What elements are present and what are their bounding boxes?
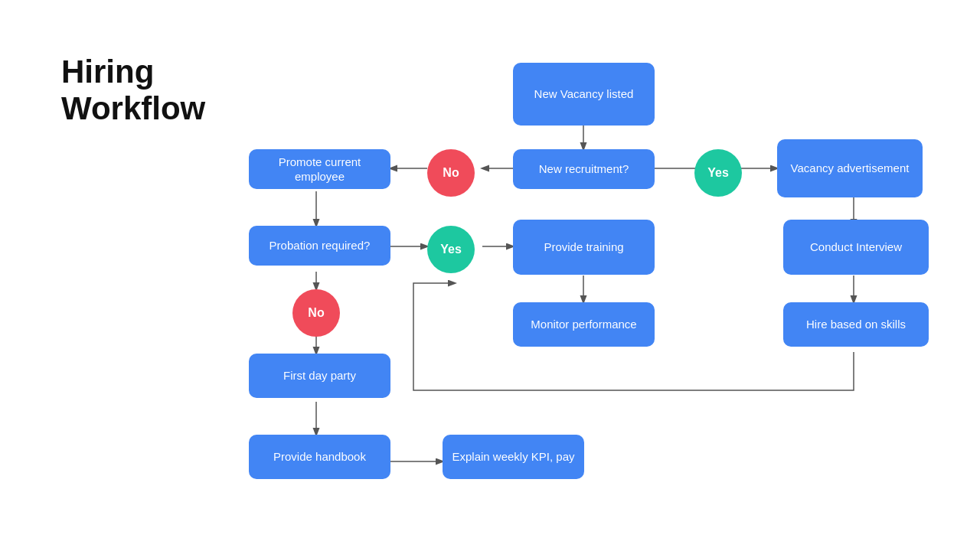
monitor-node: Monitor performance	[513, 302, 655, 347]
conduct-interview-node: Conduct Interview	[783, 220, 929, 275]
yes1-circle: Yes	[694, 149, 742, 197]
vacancy-ad-node: Vacancy advertisement	[777, 139, 923, 197]
new-vacancy-node: New Vacancy listed	[513, 63, 655, 126]
no2-circle: No	[292, 289, 340, 337]
handbook-node: Provide handbook	[249, 435, 390, 479]
provide-training-node: Provide training	[513, 220, 655, 275]
hire-skills-node: Hire based on skills	[783, 302, 929, 347]
new-recruitment-node: New recruitment?	[513, 149, 655, 189]
first-day-node: First day party	[249, 354, 390, 398]
kpi-node: Explain weekly KPI, pay	[443, 435, 584, 479]
promote-node: Promote current employee	[249, 149, 390, 189]
probation-node: Probation required?	[249, 226, 390, 266]
page-title: Hiring Workflow	[61, 54, 205, 128]
yes2-circle: Yes	[427, 226, 475, 273]
no1-circle: No	[427, 149, 475, 197]
